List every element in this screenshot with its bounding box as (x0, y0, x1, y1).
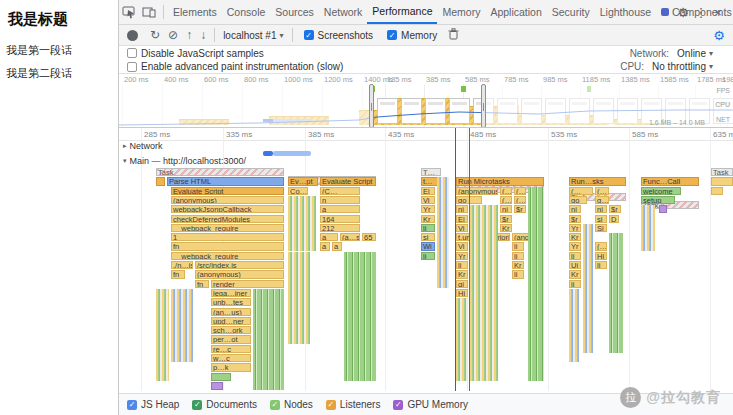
flame-block[interactable]: a (332, 242, 342, 250)
flame-block[interactable] (437, 177, 449, 288)
legend-checkbox-js-heap[interactable]: ✓ (127, 400, 137, 410)
flame-block[interactable]: li (421, 252, 435, 260)
flame-block[interactable]: Ui (569, 261, 581, 269)
flame-block[interactable]: (… (500, 196, 512, 204)
flame-block[interactable]: li (512, 242, 524, 250)
flame-block[interactable]: go (569, 196, 587, 204)
flame-block[interactable] (253, 289, 284, 390)
flame-block[interactable]: Kr (421, 215, 435, 223)
flame-block[interactable]: Wi (421, 242, 435, 250)
flame-block[interactable]: (anonymous) (195, 270, 284, 278)
flame-block[interactable]: (… (595, 242, 607, 250)
flame-block[interactable]: Hi (456, 289, 468, 297)
flame-block[interactable] (456, 298, 468, 381)
flame-block[interactable] (288, 252, 310, 344)
flame-block[interactable]: li (569, 280, 581, 288)
flame-block[interactable]: checkDeferredModules (171, 215, 284, 223)
flame-block[interactable] (171, 289, 193, 362)
flame-block[interactable]: $r (609, 205, 621, 213)
flame-block[interactable]: __webpack_require__ (171, 224, 284, 232)
flame-block[interactable] (470, 205, 498, 381)
flame-block[interactable]: per…ot (211, 335, 251, 343)
flame-block[interactable]: li (456, 261, 468, 269)
flame-block[interactable]: Kr (456, 270, 468, 278)
flame-block[interactable]: si (421, 233, 435, 241)
flame-block[interactable]: qi (456, 280, 468, 288)
flame-block[interactable]: D (609, 215, 619, 223)
flame-block[interactable]: fn (171, 242, 284, 250)
flame-block[interactable]: Kr (569, 270, 581, 278)
task-bar[interactable]: Task (156, 168, 284, 176)
flame-block[interactable]: webpackJsonpCallback (171, 205, 284, 213)
flame-block[interactable]: setup (641, 196, 675, 204)
flame-block[interactable]: re…c (211, 345, 251, 353)
task-bar[interactable]: Task (711, 168, 733, 176)
flame-block[interactable]: n (320, 196, 360, 204)
flame-block[interactable]: Parse HTML (167, 177, 284, 185)
flame-block[interactable]: ni (500, 205, 512, 213)
flame-block[interactable]: Run…sks (569, 177, 626, 185)
flame-block[interactable]: Hi (595, 252, 607, 260)
legend-checkbox-listeners[interactable]: ✓ (326, 400, 336, 410)
flame-block[interactable] (659, 205, 667, 213)
flame-block[interactable]: (a…s) (340, 233, 360, 241)
flame-block[interactable]: (anonymous) (171, 196, 284, 204)
task-bar[interactable]: T… (421, 168, 441, 176)
flame-block[interactable]: render (211, 280, 284, 288)
flame-block[interactable]: $r (500, 215, 512, 223)
legend-checkbox-nodes[interactable]: ✓ (270, 400, 280, 410)
flame-block[interactable] (528, 187, 544, 381)
flame-block[interactable]: 1 (171, 233, 284, 241)
flame-block[interactable] (641, 205, 655, 251)
flame-block[interactable]: lega…iner (211, 289, 251, 297)
flame-block[interactable]: /src/index.js (195, 261, 284, 269)
flame-block[interactable]: a (320, 205, 360, 213)
flame-block[interactable] (569, 289, 579, 362)
flame-block[interactable]: sch…ork (211, 326, 251, 334)
flame-block[interactable]: (… (514, 196, 526, 204)
flame-block[interactable]: li (569, 252, 581, 260)
flame-block[interactable]: (… (514, 187, 526, 195)
flame-block[interactable]: Ei (421, 187, 435, 195)
flame-block[interactable]: Yr (456, 252, 468, 260)
flame-block[interactable]: Evaluate Script (320, 177, 376, 185)
flame-block[interactable]: 212 (320, 224, 360, 232)
flame-block[interactable]: w…c (211, 354, 251, 362)
flame-block[interactable] (211, 382, 223, 390)
flame-block[interactable]: Yr (569, 242, 581, 250)
flame-block[interactable]: si (595, 215, 607, 223)
flame-block[interactable]: fn (171, 270, 185, 278)
flame-block[interactable]: 164 (320, 215, 360, 223)
flame-block[interactable]: (C… (320, 187, 360, 195)
flame-block[interactable]: Vi (456, 224, 468, 232)
flame-block[interactable] (156, 289, 169, 381)
flame-block[interactable]: (… (595, 187, 609, 195)
flame-block[interactable]: Si (595, 224, 607, 232)
flame-block[interactable]: Yr (421, 205, 435, 213)
flame-block[interactable]: welcome (641, 187, 681, 195)
flame-block[interactable]: Co…t (288, 187, 308, 195)
flame-block[interactable]: li (595, 261, 607, 269)
flame-block[interactable] (211, 373, 231, 381)
flame-block[interactable]: Kr (500, 224, 512, 232)
flame-block[interactable]: Kr (512, 261, 524, 269)
flame-block[interactable]: $r (514, 205, 526, 213)
flame-block[interactable]: ni (456, 205, 468, 213)
flame-block[interactable] (156, 177, 165, 185)
flame-block[interactable]: ./n…js (171, 261, 193, 269)
flame-block[interactable]: (an…us) (211, 308, 251, 316)
flame-block[interactable] (288, 196, 316, 251)
flame-block[interactable]: $r (569, 215, 581, 223)
flame-block[interactable]: li (421, 224, 435, 232)
flame-block[interactable]: g… (595, 196, 609, 204)
flame-block[interactable]: a (320, 233, 338, 241)
flame-block[interactable]: ni (595, 205, 607, 213)
flame-block[interactable]: li (512, 252, 524, 260)
flame-block[interactable]: p…k (211, 363, 251, 371)
flame-block[interactable]: (… (500, 187, 512, 195)
flame-block[interactable]: a (320, 242, 330, 250)
flame-block[interactable]: Yr (569, 224, 581, 232)
flame-block[interactable] (711, 187, 723, 195)
flame-block[interactable]: Ev…pt (288, 177, 318, 185)
flame-block[interactable]: Kr (569, 233, 581, 241)
